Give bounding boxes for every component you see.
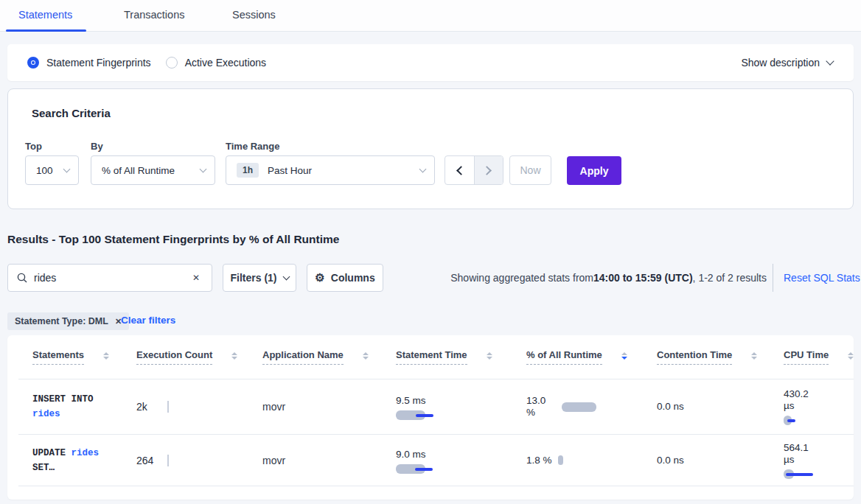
radio-unselected-icon[interactable] xyxy=(166,57,178,69)
column-header-statement-time[interactable]: Statement Time xyxy=(396,349,526,365)
sort-icons[interactable] xyxy=(751,352,757,360)
top-select[interactable]: 100 xyxy=(25,155,79,185)
top-label: Top xyxy=(25,141,42,152)
chevron-down-icon xyxy=(826,57,834,65)
stats-time-range: 14:00 to 15:59 (UTC) xyxy=(593,272,693,284)
sql-activity-page: Statements Transactions Sessions Stateme… xyxy=(0,0,861,504)
cpu-time-bar xyxy=(784,416,795,425)
percent-runtime-bar xyxy=(562,402,596,412)
next-time-button[interactable] xyxy=(474,156,503,184)
gear-icon: ⚙ xyxy=(315,271,324,284)
active-tab-underline xyxy=(6,29,86,32)
execution-count-bar xyxy=(167,455,169,466)
percent-runtime-cell: 13.0 % xyxy=(526,395,657,419)
columns-button-label: Columns xyxy=(331,272,375,284)
chevron-down-icon xyxy=(419,166,427,173)
percent-runtime-bar xyxy=(558,455,563,465)
chevron-down-icon xyxy=(282,273,290,280)
show-description-toggle[interactable]: Show description xyxy=(741,44,833,81)
filter-tag-statement-type[interactable]: Statement Type: DML ✕ xyxy=(7,312,129,330)
execution-count-cell: 264 xyxy=(136,455,262,466)
chevron-down-icon xyxy=(200,166,207,173)
reset-sql-stats-link[interactable]: Reset SQL Stats xyxy=(784,264,860,292)
statement-time-bar xyxy=(396,410,433,420)
sort-icons[interactable] xyxy=(231,352,237,360)
percent-runtime-cell: 1.8 % xyxy=(526,455,657,466)
sort-icons[interactable] xyxy=(621,352,627,360)
statement-link[interactable]: rides xyxy=(72,448,100,458)
chevron-left-icon xyxy=(456,166,466,175)
execution-count-bar xyxy=(167,401,169,413)
tab-transactions[interactable]: Transactions xyxy=(124,9,184,21)
results-heading: Results - Top 100 Statement Fingerprints… xyxy=(7,233,339,246)
sort-icons[interactable] xyxy=(363,352,369,360)
statement-time-bar xyxy=(396,464,433,474)
radio-label: Statement Fingerprints xyxy=(46,57,151,69)
previous-time-button[interactable] xyxy=(445,156,474,184)
vertical-divider xyxy=(773,264,773,292)
table-row[interactable]: UPDATE rides SET… 264 movr 9.0 ms 1.8 % … xyxy=(18,435,854,486)
column-header-execution-count[interactable]: Execution Count xyxy=(136,349,262,365)
search-criteria-card: Search Criteria Top 100 By % of All Runt… xyxy=(7,88,854,209)
chevron-right-icon xyxy=(483,166,492,175)
filters-button[interactable]: Filters (1) xyxy=(223,264,296,292)
application-name-cell: movr xyxy=(262,455,396,466)
sort-icons[interactable] xyxy=(848,352,854,360)
aggregated-stats-text: Showing aggregated stats from 14:00 to 1… xyxy=(450,264,767,292)
top-tab-bar: Statements Transactions Sessions xyxy=(0,0,861,32)
statement-fingerprint: INSERT INTO rides xyxy=(32,392,115,421)
search-icon xyxy=(17,273,27,283)
cpu-time-bar xyxy=(784,469,813,479)
statement-link[interactable]: rides xyxy=(32,409,60,419)
statement-time-cell: 9.0 ms xyxy=(396,447,526,474)
statement-time-cell: 9.5 ms xyxy=(396,393,526,420)
contention-time-cell: 0.0 ns xyxy=(657,401,784,413)
by-select[interactable]: % of All Runtime xyxy=(91,155,215,185)
top-select-value: 100 xyxy=(36,165,53,176)
column-header-contention-time[interactable]: Contention Time xyxy=(657,349,784,365)
now-button-label: Now xyxy=(520,164,540,176)
time-range-select[interactable]: 1h Past Hour xyxy=(226,155,435,185)
radio-active-executions[interactable]: Active Executions xyxy=(166,57,267,69)
sort-icons[interactable] xyxy=(487,352,492,360)
table-header-row: Statements Execution Count Application N… xyxy=(18,335,854,379)
stats-suffix: , 1-2 of 2 results xyxy=(693,272,767,284)
column-header-cpu-time[interactable]: CPU Time xyxy=(784,349,854,365)
by-select-value: % of All Runtime xyxy=(102,165,175,176)
statements-table: Statements Execution Count Application N… xyxy=(7,335,854,500)
columns-button[interactable]: ⚙ Columns xyxy=(307,264,383,292)
column-header-application-name[interactable]: Application Name xyxy=(262,349,396,365)
radio-selected-icon[interactable] xyxy=(27,57,39,69)
chevron-down-icon xyxy=(63,166,71,173)
cpu-time-cell: 430.2 µs xyxy=(784,388,854,425)
tab-sessions[interactable]: Sessions xyxy=(232,9,276,21)
show-description-label: Show description xyxy=(741,57,820,69)
contention-time-cell: 0.0 ns xyxy=(657,455,784,466)
column-header-statements[interactable]: Statements xyxy=(32,349,136,365)
time-range-label: Time Range xyxy=(226,141,279,152)
execution-count-cell: 2k xyxy=(136,401,262,413)
clear-filters-link[interactable]: Clear filters xyxy=(121,315,175,326)
stats-prefix: Showing aggregated stats from xyxy=(450,272,593,284)
column-header-percent-of-all-runtime[interactable]: % of All Runtime xyxy=(526,349,657,365)
search-criteria-title: Search Criteria xyxy=(32,107,111,119)
radio-statement-fingerprints[interactable]: Statement Fingerprints xyxy=(27,57,151,69)
now-button[interactable]: Now xyxy=(509,155,551,185)
application-name-cell: movr xyxy=(262,401,396,413)
radio-label: Active Executions xyxy=(185,57,267,69)
statement-fingerprint: UPDATE rides SET… xyxy=(32,446,115,475)
time-range-badge: 1h xyxy=(237,163,259,178)
by-label: By xyxy=(91,141,103,152)
clear-search-icon[interactable]: ✕ xyxy=(189,271,203,284)
time-range-value: Past Hour xyxy=(268,165,312,176)
sort-icons[interactable] xyxy=(103,352,109,360)
search-input[interactable] xyxy=(34,272,189,284)
filter-tag-label: Statement Type: DML xyxy=(15,316,108,326)
cpu-time-cell: 564.1 µs xyxy=(784,442,854,479)
search-box[interactable]: ✕ xyxy=(7,264,212,292)
table-row[interactable]: INSERT INTO rides 2k movr 9.5 ms 13.0 % … xyxy=(18,379,854,435)
filters-button-label: Filters (1) xyxy=(230,272,276,284)
apply-button[interactable]: Apply xyxy=(567,156,621,185)
time-range-pager xyxy=(445,155,503,185)
tab-statements[interactable]: Statements xyxy=(18,9,72,21)
